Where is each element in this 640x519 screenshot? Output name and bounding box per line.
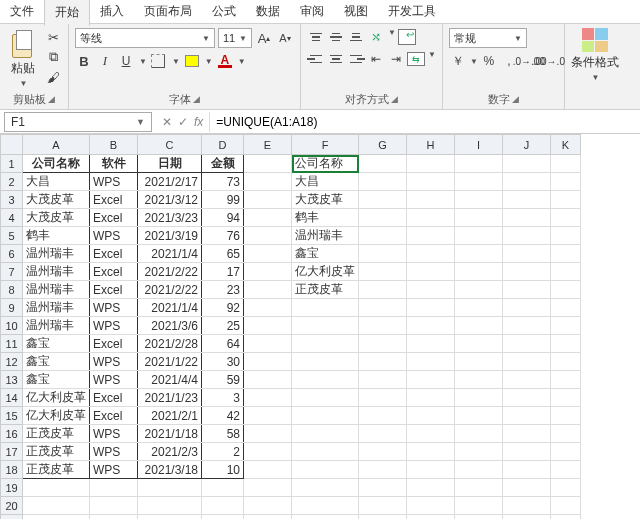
- menu-item-5[interactable]: 数据: [246, 0, 290, 24]
- cell-I12[interactable]: [455, 353, 503, 371]
- cell-A13[interactable]: 鑫宝: [23, 371, 90, 389]
- row-header-14[interactable]: 14: [1, 389, 23, 407]
- cell-G1[interactable]: [359, 155, 407, 173]
- col-header-K[interactable]: K: [551, 135, 581, 155]
- cell-A11[interactable]: 鑫宝: [23, 335, 90, 353]
- cell-J11[interactable]: [503, 335, 551, 353]
- cell-F14[interactable]: [292, 389, 359, 407]
- cell-B7[interactable]: Excel: [90, 263, 138, 281]
- cell-F19[interactable]: [292, 479, 359, 497]
- row-header-5[interactable]: 5: [1, 227, 23, 245]
- cell-I7[interactable]: [455, 263, 503, 281]
- cell-D9[interactable]: 92: [202, 299, 244, 317]
- cell-C3[interactable]: 2021/3/12: [138, 191, 202, 209]
- cell-I8[interactable]: [455, 281, 503, 299]
- percent-button[interactable]: %: [480, 52, 498, 70]
- cell-B14[interactable]: Excel: [90, 389, 138, 407]
- row-header-9[interactable]: 9: [1, 299, 23, 317]
- cell-J3[interactable]: [503, 191, 551, 209]
- cell-E5[interactable]: [244, 227, 292, 245]
- cell-D8[interactable]: 23: [202, 281, 244, 299]
- cell-B10[interactable]: WPS: [90, 317, 138, 335]
- cell-C10[interactable]: 2021/3/6: [138, 317, 202, 335]
- cell-G12[interactable]: [359, 353, 407, 371]
- menu-item-3[interactable]: 页面布局: [134, 0, 202, 24]
- number-format-combo[interactable]: 常规▼: [449, 28, 527, 48]
- align-left-button[interactable]: [307, 50, 325, 68]
- cell-D14[interactable]: 3: [202, 389, 244, 407]
- cell-H2[interactable]: [407, 173, 455, 191]
- chevron-down-icon[interactable]: ▼: [172, 57, 180, 66]
- col-header-J[interactable]: J: [503, 135, 551, 155]
- cell-F20[interactable]: [292, 497, 359, 515]
- cell-J16[interactable]: [503, 425, 551, 443]
- cell-F6[interactable]: 鑫宝: [292, 245, 359, 263]
- cell-B18[interactable]: WPS: [90, 461, 138, 479]
- dialog-launcher-icon[interactable]: ◢: [48, 94, 55, 104]
- chevron-down-icon[interactable]: ▼: [388, 28, 396, 46]
- cell-G8[interactable]: [359, 281, 407, 299]
- cell-I5[interactable]: [455, 227, 503, 245]
- cell-C14[interactable]: 2021/1/23: [138, 389, 202, 407]
- cell-H16[interactable]: [407, 425, 455, 443]
- cell-D21[interactable]: [202, 515, 244, 520]
- row-header-17[interactable]: 17: [1, 443, 23, 461]
- row-header-12[interactable]: 12: [1, 353, 23, 371]
- decrease-indent-button[interactable]: ⇤: [367, 50, 385, 68]
- cell-J18[interactable]: [503, 461, 551, 479]
- cell-D7[interactable]: 17: [202, 263, 244, 281]
- cell-K6[interactable]: [551, 245, 581, 263]
- cell-G17[interactable]: [359, 443, 407, 461]
- col-header-H[interactable]: H: [407, 135, 455, 155]
- decrease-font-button[interactable]: A▾: [276, 29, 294, 47]
- cell-C1[interactable]: 日期: [138, 155, 202, 173]
- cell-K20[interactable]: [551, 497, 581, 515]
- cell-G13[interactable]: [359, 371, 407, 389]
- cell-E20[interactable]: [244, 497, 292, 515]
- cell-D15[interactable]: 42: [202, 407, 244, 425]
- menu-item-2[interactable]: 插入: [90, 0, 134, 24]
- cell-G19[interactable]: [359, 479, 407, 497]
- cell-B15[interactable]: Excel: [90, 407, 138, 425]
- cell-C4[interactable]: 2021/3/23: [138, 209, 202, 227]
- cell-G7[interactable]: [359, 263, 407, 281]
- cell-G16[interactable]: [359, 425, 407, 443]
- cell-F2[interactable]: 大昌: [292, 173, 359, 191]
- menu-item-6[interactable]: 审阅: [290, 0, 334, 24]
- cell-H15[interactable]: [407, 407, 455, 425]
- cell-J13[interactable]: [503, 371, 551, 389]
- row-header-13[interactable]: 13: [1, 371, 23, 389]
- cell-B19[interactable]: [90, 479, 138, 497]
- cell-A14[interactable]: 亿大利皮革: [23, 389, 90, 407]
- cell-K11[interactable]: [551, 335, 581, 353]
- cell-J4[interactable]: [503, 209, 551, 227]
- cell-C7[interactable]: 2021/2/22: [138, 263, 202, 281]
- cell-F16[interactable]: [292, 425, 359, 443]
- cell-G18[interactable]: [359, 461, 407, 479]
- cell-E12[interactable]: [244, 353, 292, 371]
- cell-B3[interactable]: Excel: [90, 191, 138, 209]
- cell-A12[interactable]: 鑫宝: [23, 353, 90, 371]
- cell-J19[interactable]: [503, 479, 551, 497]
- cell-K2[interactable]: [551, 173, 581, 191]
- cell-K9[interactable]: [551, 299, 581, 317]
- row-header-8[interactable]: 8: [1, 281, 23, 299]
- chevron-down-icon[interactable]: ▼: [205, 57, 213, 66]
- cell-B9[interactable]: WPS: [90, 299, 138, 317]
- cell-C19[interactable]: [138, 479, 202, 497]
- cell-H17[interactable]: [407, 443, 455, 461]
- cell-G21[interactable]: [359, 515, 407, 520]
- paste-button[interactable]: 粘贴 ▼: [6, 28, 40, 90]
- cell-K10[interactable]: [551, 317, 581, 335]
- cell-D5[interactable]: 76: [202, 227, 244, 245]
- cell-G20[interactable]: [359, 497, 407, 515]
- row-header-10[interactable]: 10: [1, 317, 23, 335]
- cell-G9[interactable]: [359, 299, 407, 317]
- cell-F5[interactable]: 温州瑞丰: [292, 227, 359, 245]
- cell-B20[interactable]: [90, 497, 138, 515]
- cell-I13[interactable]: [455, 371, 503, 389]
- cell-F21[interactable]: [292, 515, 359, 520]
- cell-I21[interactable]: [455, 515, 503, 520]
- cell-C17[interactable]: 2021/2/3: [138, 443, 202, 461]
- cell-C18[interactable]: 2021/3/18: [138, 461, 202, 479]
